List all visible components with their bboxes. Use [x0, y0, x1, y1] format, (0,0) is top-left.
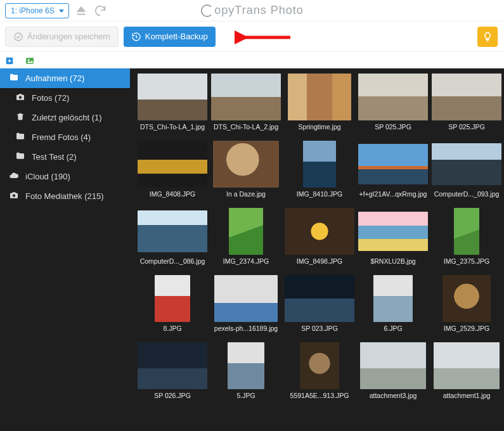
- photo-thumbnail: [138, 74, 207, 120]
- lightbulb-icon: [482, 31, 493, 42]
- photo-tile[interactable]: IMG_8410.JPG: [285, 141, 354, 198]
- photo-caption: DTS_Chi-To-LA_1.jpg: [140, 123, 205, 131]
- photo-thumbnail: [432, 74, 501, 120]
- photo-tile[interactable]: SP 025.JPG: [432, 74, 501, 131]
- sidebar-item-label: Foto Mediathek (215): [25, 191, 104, 201]
- refresh-icon[interactable]: [93, 4, 107, 18]
- photo-caption: SP 025.JPG: [448, 123, 485, 131]
- photo-caption: SP 023.JPG: [301, 325, 338, 332]
- photo-tile[interactable]: 6.JPG: [358, 275, 428, 332]
- photo-tile[interactable]: ComputerD..._093.jpg: [432, 141, 501, 198]
- save-changes-button[interactable]: Änderungen speichern: [5, 27, 119, 47]
- photo-tile[interactable]: IMG_8498.JPG: [285, 208, 354, 265]
- photo-caption: attachment3.jpg: [370, 392, 417, 399]
- sidebar-item-0[interactable]: Aufnahmen (72): [0, 68, 130, 88]
- photo-tile[interactable]: $RNXLU2B.jpg: [358, 208, 428, 265]
- annotation-arrow-icon: [235, 30, 292, 44]
- photo-thumbnail: [211, 208, 281, 255]
- full-backup-button[interactable]: Komplett-Backup: [124, 27, 216, 47]
- photo-grid: DTS_Chi-To-LA_1.jpgDTS_Chi-To-LA_2.jpgSp…: [138, 74, 500, 399]
- photo-thumbnail: [432, 141, 501, 188]
- tab-device-icon[interactable]: [4, 56, 15, 68]
- photo-caption: IMG_8408.JPG: [150, 190, 195, 198]
- action-bar: Änderungen speichern Komplett-Backup: [0, 22, 504, 52]
- photo-tile[interactable]: SP 023.JPG: [285, 275, 354, 332]
- photo-thumbnail: [358, 275, 428, 322]
- photo-caption: pexels-ph...16189.jpg: [214, 325, 278, 332]
- photo-tile[interactable]: In a Daze.jpg: [211, 141, 281, 198]
- photo-tile[interactable]: Springtime.jpg: [285, 74, 354, 131]
- sidebar-item-6[interactable]: Foto Mediathek (215): [0, 186, 130, 206]
- photo-tile[interactable]: ComputerD..._086.jpg: [138, 208, 207, 265]
- photo-thumbnail: [432, 275, 501, 322]
- photo-tile[interactable]: IMG_8408.JPG: [138, 141, 207, 198]
- app-title: opyTrans Photo: [200, 4, 303, 17]
- tab-images-icon[interactable]: [24, 56, 36, 68]
- photo-tile[interactable]: DTS_Chi-To-LA_2.jpg: [211, 74, 281, 131]
- sidebar-item-1[interactable]: Fotos (72): [0, 88, 130, 108]
- svg-point-5: [19, 96, 22, 99]
- camera-icon: [15, 92, 25, 104]
- photo-tile[interactable]: attachment1.jpg: [432, 342, 501, 399]
- view-tabs: [0, 52, 504, 68]
- eject-icon[interactable]: [74, 4, 88, 18]
- photo-tile[interactable]: 8.JPG: [138, 275, 207, 332]
- save-changes-label: Änderungen speichern: [27, 32, 110, 41]
- folder-icon: [15, 131, 25, 143]
- sidebar: Aufnahmen (72)Fotos (72)Zuletzt gelöscht…: [0, 68, 130, 431]
- photo-thumbnail: [285, 208, 354, 255]
- check-circle-icon: [13, 32, 23, 42]
- photo-caption: IMG_8498.JPG: [297, 257, 342, 265]
- photo-thumbnail: [211, 74, 281, 120]
- photo-caption: 5591A5E...913.JPG: [290, 392, 349, 399]
- photo-tile[interactable]: pexels-ph...16189.jpg: [211, 275, 281, 332]
- sidebar-item-4[interactable]: Test Test (2): [0, 147, 130, 167]
- sidebar-item-5[interactable]: iCloud (190): [0, 167, 130, 186]
- photo-tile[interactable]: IMG_2375.JPG: [432, 208, 501, 265]
- photo-thumbnail: [358, 342, 428, 389]
- app-title-text: opyTrans Photo: [214, 4, 303, 17]
- photo-tile[interactable]: IMG_2374.JPG: [211, 208, 281, 265]
- photo-tile[interactable]: SP 025.JPG: [358, 74, 428, 131]
- history-icon: [131, 32, 141, 42]
- photo-caption: 5.JPG: [236, 392, 255, 399]
- photo-thumbnail: [285, 141, 354, 188]
- device-dropdown[interactable]: 1: iPhone 6S: [5, 3, 69, 18]
- photo-tile[interactable]: 5591A5E...913.JPG: [285, 342, 354, 399]
- sidebar-item-label: Fotos (72): [32, 93, 69, 103]
- sidebar-item-label: Zuletzt gelöscht (1): [32, 113, 102, 122]
- photo-tile[interactable]: IMG_2529.JPG: [432, 275, 501, 332]
- photo-caption: IMG_2374.JPG: [223, 257, 269, 265]
- photo-caption: In a Daze.jpg: [226, 190, 266, 198]
- photo-caption: ComputerD..._093.jpg: [434, 190, 500, 198]
- photo-thumbnail: [285, 74, 354, 120]
- sidebar-item-label: Test Test (2): [32, 152, 77, 162]
- tips-button[interactable]: [477, 27, 498, 47]
- photo-thumbnail: [138, 275, 207, 322]
- photo-thumbnail: [211, 275, 281, 322]
- photo-caption: IMG_2375.JPG: [444, 257, 489, 265]
- photo-tile[interactable]: SP 026.JPG: [138, 342, 207, 399]
- main-area: Aufnahmen (72)Fotos (72)Zuletzt gelöscht…: [0, 68, 504, 431]
- photo-caption: DTS_Chi-To-LA_2.jpg: [214, 123, 278, 131]
- photo-caption: IMG_2529.JPG: [444, 325, 489, 332]
- photo-tile[interactable]: 5.JPG: [211, 342, 281, 399]
- device-dropdown-label: 1: iPhone 6S: [11, 6, 55, 15]
- sidebar-item-3[interactable]: Fremd Fotos (4): [0, 127, 130, 147]
- photo-caption: 6.JPG: [384, 325, 402, 332]
- photo-caption: IMG_8410.JPG: [297, 190, 342, 198]
- photo-grid-scroll[interactable]: DTS_Chi-To-LA_1.jpgDTS_Chi-To-LA_2.jpgSp…: [130, 68, 504, 431]
- photo-thumbnail: [358, 141, 428, 188]
- photo-tile[interactable]: +f+gI21AV...qxRmg.jpg: [358, 141, 428, 198]
- full-backup-label: Komplett-Backup: [145, 32, 208, 41]
- photo-tile[interactable]: attachment3.jpg: [358, 342, 428, 399]
- photo-tile[interactable]: DTS_Chi-To-LA_1.jpg: [138, 74, 207, 131]
- cloud-icon: [9, 170, 19, 183]
- photo-thumbnail: [358, 74, 428, 120]
- photo-caption: ComputerD..._086.jpg: [140, 257, 205, 265]
- sidebar-item-2[interactable]: Zuletzt gelöscht (1): [0, 108, 130, 127]
- photo-thumbnail: [432, 208, 501, 255]
- folder-icon: [9, 72, 19, 84]
- photo-caption: Springtime.jpg: [298, 123, 340, 131]
- photo-thumbnail: [138, 208, 207, 255]
